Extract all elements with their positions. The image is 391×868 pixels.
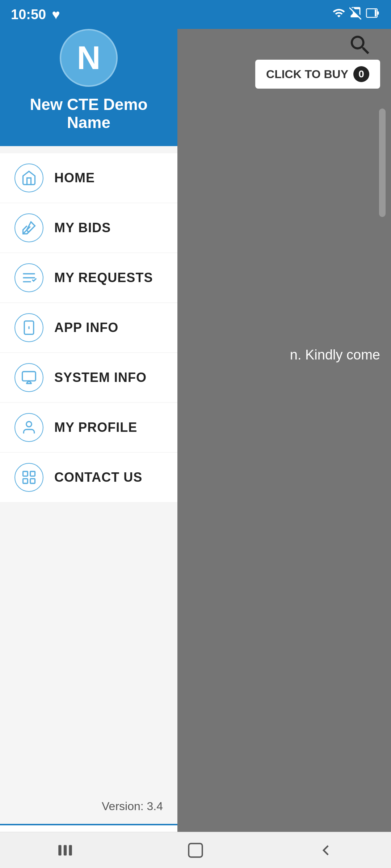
requests-icon — [14, 263, 43, 292]
nav-label-system-info: SYSTEM INFO — [54, 370, 147, 385]
version-area: Version: 3.4 — [0, 789, 177, 824]
svg-rect-20 — [64, 845, 67, 855]
signal-icon — [349, 7, 362, 22]
svg-rect-16 — [23, 479, 28, 484]
status-time-area: 10:50 ♥ — [11, 7, 60, 22]
wifi-icon — [332, 7, 345, 22]
heart-icon: ♥ — [52, 7, 60, 22]
svg-rect-19 — [58, 845, 61, 855]
avatar: N — [60, 29, 118, 87]
nav-item-my-requests[interactable]: MY REQUESTS — [0, 253, 177, 302]
svg-rect-11 — [22, 372, 36, 381]
nav-label-home: HOME — [54, 170, 95, 186]
nav-label-my-profile: MY PROFILE — [54, 420, 137, 435]
nav-item-system-info[interactable]: SYSTEM INFO — [0, 353, 177, 402]
bottom-back-button[interactable] — [311, 836, 340, 865]
svg-rect-14 — [23, 472, 28, 476]
status-icons-right — [332, 7, 380, 22]
nav-label-app-info: APP INFO — [54, 320, 118, 335]
nav-item-app-info[interactable]: APP INFO — [0, 303, 177, 352]
nav-item-my-bids[interactable]: MY BIDS — [0, 203, 177, 252]
click-to-buy-label: CLICK TO BUY — [266, 68, 348, 81]
status-bar: 10:50 ♥ — [0, 0, 391, 29]
svg-rect-21 — [69, 845, 72, 855]
app-info-icon — [14, 313, 43, 342]
drawer-nav-list: HOME MY BIDS MY REQUESTS APP INFO SYSTEM — [0, 146, 177, 789]
avatar-letter: N — [77, 42, 101, 74]
svg-rect-3 — [367, 9, 375, 17]
bottom-menu-button[interactable] — [51, 836, 80, 865]
time-display: 10:50 — [11, 7, 46, 22]
svg-rect-1 — [377, 12, 379, 15]
svg-point-13 — [26, 422, 32, 427]
svg-rect-15 — [30, 472, 35, 476]
nav-label-my-bids: MY BIDS — [54, 220, 111, 235]
bottom-home-button[interactable] — [181, 836, 210, 865]
click-to-buy-badge: 0 — [353, 66, 369, 82]
nav-item-contact-us[interactable]: CONTACT US — [0, 453, 177, 502]
bids-icon — [14, 213, 43, 242]
nav-label-my-requests: MY REQUESTS — [54, 270, 153, 285]
nav-label-contact-us: CONTACT US — [54, 470, 142, 485]
profile-icon — [14, 413, 43, 442]
click-to-buy-button[interactable]: CLICK TO BUY 0 — [255, 60, 380, 89]
home-icon — [14, 163, 43, 192]
navigation-drawer: N New CTE Demo Name HOME MY BIDS MY REQU… — [0, 0, 177, 868]
drawer-username: New CTE Demo Name — [0, 95, 177, 132]
search-icon[interactable] — [348, 33, 373, 63]
nav-item-my-profile[interactable]: MY PROFILE — [0, 403, 177, 452]
scrollbar[interactable] — [379, 109, 386, 217]
system-info-icon — [14, 363, 43, 392]
svg-rect-22 — [189, 843, 202, 857]
contact-icon — [14, 463, 43, 492]
kindly-text: n. Kindly come — [290, 347, 380, 363]
battery-icon — [366, 7, 380, 22]
bottom-navigation — [0, 832, 391, 868]
svg-rect-17 — [30, 479, 35, 484]
nav-item-home[interactable]: HOME — [0, 153, 177, 203]
version-text: Version: 3.4 — [102, 800, 163, 813]
